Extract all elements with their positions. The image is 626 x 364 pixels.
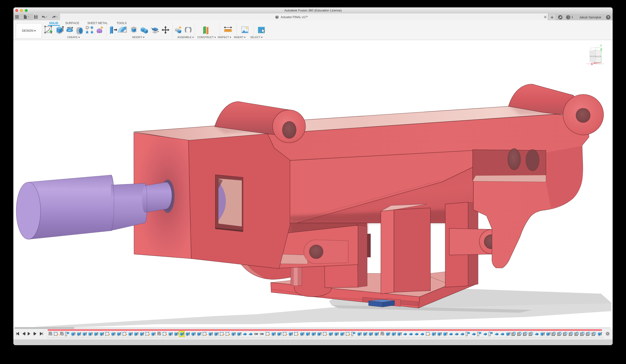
svg-text:BACK: BACK — [595, 55, 602, 58]
svg-text:Y: Y — [600, 44, 602, 47]
svg-text:?: ? — [607, 15, 609, 19]
svg-text:RIGHT: RIGHT — [590, 55, 595, 57]
svg-text:X: X — [591, 62, 593, 66]
